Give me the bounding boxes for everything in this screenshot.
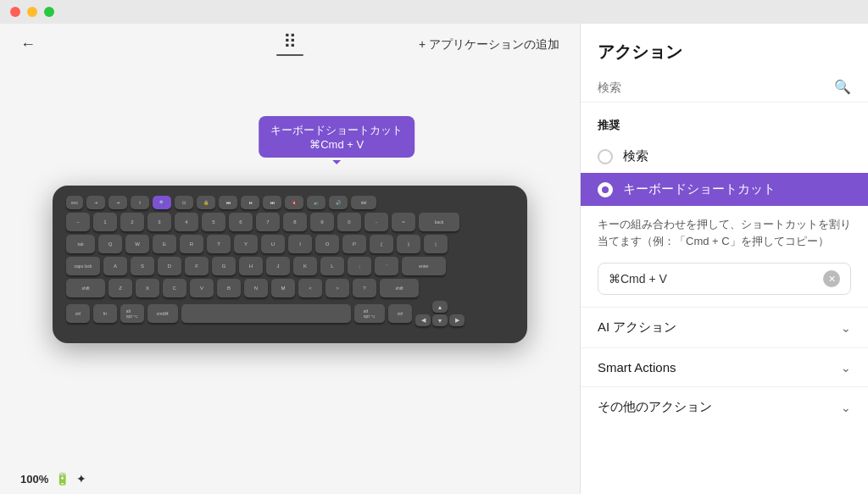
search-input[interactable] <box>598 80 827 94</box>
key-i[interactable]: I <box>288 235 312 253</box>
key-backspace[interactable]: back <box>419 213 459 231</box>
key-y[interactable]: Y <box>234 235 258 253</box>
key-f[interactable]: F <box>185 257 209 275</box>
key-x[interactable]: X <box>136 279 159 297</box>
key-1[interactable]: 1 <box>93 213 117 231</box>
grid-icon[interactable]: ⠿ <box>283 33 297 52</box>
key-f7[interactable]: ⏮ <box>219 196 237 209</box>
minimize-button[interactable] <box>27 7 37 17</box>
key-esc[interactable]: esc <box>66 196 83 209</box>
key-c[interactable]: C <box>163 279 186 297</box>
add-app-button[interactable]: + アプリケーションの追加 <box>419 37 559 53</box>
key-f4[interactable]: 🔍 <box>153 196 171 209</box>
key-6[interactable]: 6 <box>229 213 253 231</box>
key-ctrl-right[interactable]: ctrl <box>388 304 412 323</box>
key-s[interactable]: S <box>131 257 154 275</box>
key-7[interactable]: 7 <box>256 213 280 231</box>
key-q[interactable]: Q <box>98 235 122 253</box>
action-item-keyboard[interactable]: キーボードショートカット <box>581 173 868 206</box>
key-up[interactable]: ▲ <box>432 301 448 313</box>
other-actions-section[interactable]: その他のアクション ⌄ <box>581 386 868 427</box>
key-del[interactable]: del <box>351 196 376 209</box>
key-f12[interactable]: 🔊 <box>329 196 348 209</box>
key-3[interactable]: 3 <box>147 213 171 231</box>
key-shift-left[interactable]: shift <box>66 279 105 297</box>
ai-actions-section[interactable]: AI アクション ⌄ <box>581 307 868 347</box>
key-equals[interactable]: = <box>392 213 415 231</box>
key-right[interactable]: ▶ <box>449 314 465 326</box>
key-n[interactable]: N <box>244 279 268 297</box>
key-backslash[interactable]: | <box>424 235 448 253</box>
key-8[interactable]: 8 <box>283 213 307 231</box>
tooltip-line1: キーボードショートカット <box>270 123 403 138</box>
key-k[interactable]: K <box>293 257 317 275</box>
key-9[interactable]: 9 <box>310 213 334 231</box>
key-comma[interactable]: < <box>298 279 322 297</box>
key-down[interactable]: ▼ <box>432 314 448 326</box>
smart-actions-section[interactable]: Smart Actions ⌄ <box>581 347 868 386</box>
key-f10[interactable]: 🔇 <box>285 196 303 209</box>
key-2[interactable]: 2 <box>120 213 144 231</box>
key-enter[interactable]: enter <box>402 257 446 275</box>
key-5[interactable]: 5 <box>202 213 225 231</box>
key-h[interactable]: H <box>239 257 263 275</box>
key-p[interactable]: P <box>342 235 366 253</box>
action-item-search[interactable]: 検索 <box>581 140 868 173</box>
key-f2[interactable]: ⇥ <box>108 196 127 209</box>
key-period[interactable]: > <box>326 279 349 297</box>
key-minus[interactable]: - <box>364 213 388 231</box>
key-t[interactable]: T <box>207 235 231 253</box>
key-e[interactable]: E <box>153 235 176 253</box>
key-f5[interactable]: ⊡ <box>175 196 193 209</box>
key-backtick[interactable]: ~ <box>66 213 90 231</box>
key-u[interactable]: U <box>261 235 285 253</box>
key-r[interactable]: R <box>180 235 203 253</box>
key-caps[interactable]: caps lock <box>66 257 100 275</box>
key-space[interactable] <box>181 304 351 323</box>
close-button[interactable] <box>10 7 20 17</box>
key-w[interactable]: W <box>125 235 149 253</box>
key-0[interactable]: 0 <box>337 213 361 231</box>
key-lbracket[interactable]: { <box>370 235 393 253</box>
left-panel: ← ⠿ + アプリケーションの追加 キーボードショートカット ⌘Cmd + V … <box>0 24 580 494</box>
key-o[interactable]: O <box>315 235 339 253</box>
key-tab[interactable]: tab <box>66 235 95 253</box>
key-quote[interactable]: ' <box>375 257 398 275</box>
search-icon: 🔍 <box>834 79 851 95</box>
key-shift-right[interactable]: shift <box>380 279 419 297</box>
key-rbracket[interactable]: } <box>397 235 420 253</box>
key-f8[interactable]: ⏯ <box>241 196 259 209</box>
keyboard-area: キーボードショートカット ⌘Cmd + V esc ⇥ ⇥ ⇧ 🔍 ⊡ 🔒 ⏮ … <box>0 65 580 463</box>
key-semicolon[interactable]: ; <box>348 257 371 275</box>
key-f9[interactable]: ⏭ <box>263 196 281 209</box>
qwerty-key-row: tab Q W E R T Y U I O P { } | <box>66 235 514 253</box>
maximize-button[interactable] <box>44 7 54 17</box>
key-ctrl-left[interactable]: ctrl <box>66 304 90 323</box>
key-cmd-left[interactable]: cmd⌘ <box>147 304 178 323</box>
key-left[interactable]: ◀ <box>415 314 431 326</box>
shortcut-input-row[interactable]: ⌘Cmd + V ✕ <box>598 263 851 295</box>
search-bar: 🔍 <box>581 72 868 103</box>
bluetooth-icon: ✦ <box>76 472 86 486</box>
key-j[interactable]: J <box>266 257 290 275</box>
key-f1[interactable]: ⇥ <box>86 196 105 209</box>
key-cmd-right[interactable]: altopt ⌥ <box>354 304 385 323</box>
key-4[interactable]: 4 <box>175 213 198 231</box>
key-alt-left[interactable]: altopt ⌥ <box>120 304 144 323</box>
key-slash[interactable]: ? <box>353 279 376 297</box>
key-l[interactable]: L <box>320 257 344 275</box>
key-f6[interactable]: 🔒 <box>197 196 215 209</box>
key-f3[interactable]: ⇧ <box>131 196 149 209</box>
smart-actions-chevron: ⌄ <box>841 361 851 375</box>
key-m[interactable]: M <box>271 279 295 297</box>
key-f11[interactable]: 🔉 <box>307 196 326 209</box>
key-v[interactable]: V <box>190 279 214 297</box>
key-z[interactable]: Z <box>108 279 132 297</box>
key-b[interactable]: B <box>217 279 241 297</box>
key-fn[interactable]: fn <box>93 304 117 323</box>
key-d[interactable]: D <box>158 257 181 275</box>
back-button[interactable]: ← <box>20 36 36 53</box>
shortcut-clear-button[interactable]: ✕ <box>823 270 840 287</box>
key-g[interactable]: G <box>212 257 236 275</box>
key-a[interactable]: A <box>103 257 127 275</box>
